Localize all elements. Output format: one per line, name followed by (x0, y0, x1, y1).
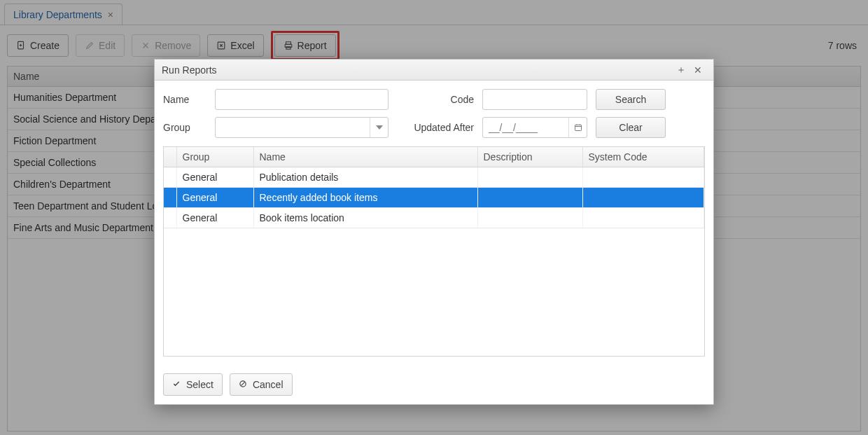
name-label: Name (163, 94, 206, 105)
check-icon (172, 380, 182, 389)
reports-grid: Group Name Description System Code Gener… (163, 146, 705, 357)
group-select-input[interactable] (215, 117, 388, 138)
expand-icon[interactable]: ＋ (673, 64, 690, 76)
cell-desc (477, 167, 582, 188)
column-header-name[interactable]: Name (253, 147, 477, 167)
cell-code (582, 188, 704, 208)
column-header-handle (164, 147, 176, 167)
close-icon[interactable]: ✕ (690, 64, 706, 76)
table-row[interactable]: GeneralPublication details (164, 167, 704, 188)
select-button[interactable]: Select (163, 373, 223, 396)
cell-code (582, 167, 704, 188)
group-label: Group (163, 122, 206, 133)
code-label: Code (397, 94, 474, 105)
calendar-icon[interactable] (568, 118, 587, 137)
column-header-group[interactable]: Group (176, 147, 253, 167)
code-input[interactable] (482, 89, 587, 110)
cell-handle (164, 208, 176, 228)
updated-after-input[interactable] (482, 117, 587, 138)
cell-group: General (176, 188, 253, 208)
button-label: Cancel (253, 379, 284, 390)
search-button[interactable]: Search (596, 89, 666, 110)
table-row[interactable]: GeneralRecently added book items (164, 188, 704, 208)
name-input[interactable] (215, 89, 388, 110)
cancel-button[interactable]: Cancel (230, 373, 293, 396)
cell-group: General (176, 167, 253, 188)
dialog-footer: Select Cancel (155, 365, 713, 404)
cell-desc (477, 208, 582, 228)
updated-after-label: Updated After (397, 122, 474, 133)
svg-rect-5 (575, 125, 581, 130)
cell-name: Book items location (253, 208, 477, 228)
group-select[interactable] (215, 117, 388, 138)
chevron-down-icon[interactable] (370, 118, 388, 137)
cell-handle (164, 188, 176, 208)
column-header-system-code[interactable]: System Code (582, 147, 704, 167)
run-reports-dialog: Run Reports ＋ ✕ Name Code Search Group U… (154, 59, 714, 405)
cell-group: General (176, 208, 253, 228)
prohibit-icon (239, 380, 248, 389)
clear-button[interactable]: Clear (596, 117, 666, 138)
dialog-title: Run Reports (162, 64, 673, 76)
dialog-titlebar[interactable]: Run Reports ＋ ✕ (155, 60, 713, 81)
filter-form: Name Code Search Group Updated After Cle… (163, 89, 705, 138)
column-header-description[interactable]: Description (477, 147, 582, 167)
table-row[interactable]: GeneralBook items location (164, 208, 704, 228)
cell-code (582, 208, 704, 228)
cell-handle (164, 167, 176, 188)
cell-desc (477, 188, 582, 208)
cell-name: Recently added book items (253, 188, 477, 208)
button-label: Select (186, 379, 214, 390)
cell-name: Publication details (253, 167, 477, 188)
